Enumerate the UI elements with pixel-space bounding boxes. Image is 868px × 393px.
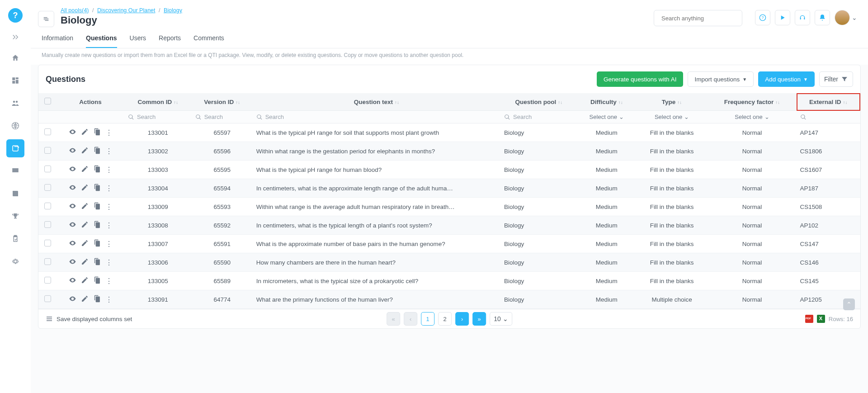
view-icon[interactable] bbox=[69, 128, 76, 137]
view-icon[interactable] bbox=[69, 221, 76, 230]
nav-monitor[interactable] bbox=[6, 162, 24, 180]
generate-ai-button[interactable]: Generate questions with AI bbox=[597, 71, 683, 87]
column-difficulty[interactable]: Difficulty↑↓ bbox=[577, 93, 636, 111]
copy-icon[interactable] bbox=[93, 147, 101, 156]
row-checkbox[interactable] bbox=[38, 198, 57, 216]
copy-icon[interactable] bbox=[93, 258, 101, 267]
page-first-button[interactable]: « bbox=[387, 312, 400, 326]
page-next-button[interactable]: › bbox=[455, 312, 469, 326]
page-size-select[interactable]: 10 ⌄ bbox=[490, 312, 512, 326]
tab-questions[interactable]: Questions bbox=[86, 34, 117, 48]
copy-icon[interactable] bbox=[93, 239, 101, 248]
more-actions-icon[interactable]: ⋮ bbox=[105, 240, 113, 248]
edit-icon[interactable] bbox=[81, 128, 89, 137]
copy-icon[interactable] bbox=[93, 128, 101, 137]
more-actions-icon[interactable]: ⋮ bbox=[105, 184, 113, 193]
nav-book[interactable] bbox=[6, 185, 24, 203]
notifications-button[interactable] bbox=[815, 10, 830, 25]
view-icon[interactable] bbox=[69, 258, 76, 267]
column-common-id[interactable]: Common ID↑↓ bbox=[124, 93, 192, 111]
expand-sidebar-icon[interactable] bbox=[8, 32, 23, 43]
nav-users[interactable] bbox=[6, 94, 24, 112]
column-question-text[interactable]: Question text↑↓ bbox=[253, 93, 500, 111]
tab-users[interactable]: Users bbox=[130, 34, 146, 48]
row-checkbox[interactable] bbox=[38, 142, 57, 161]
global-search[interactable] bbox=[654, 10, 742, 26]
filter-version-id[interactable]: Search bbox=[192, 111, 253, 123]
column-external-id[interactable]: External ID↑↓ bbox=[797, 93, 860, 111]
edit-icon[interactable] bbox=[81, 239, 89, 248]
edit-icon[interactable] bbox=[81, 276, 89, 285]
nav-clipboard[interactable] bbox=[6, 230, 24, 248]
import-questions-button[interactable]: Import questions▼ bbox=[688, 71, 754, 87]
copy-icon[interactable] bbox=[93, 184, 101, 193]
global-search-input[interactable] bbox=[661, 15, 737, 22]
breadcrumb-link[interactable]: Biology bbox=[164, 7, 182, 14]
view-icon[interactable] bbox=[69, 147, 76, 156]
add-question-button[interactable]: Add question▼ bbox=[758, 71, 815, 87]
menu-toggle-button[interactable] bbox=[38, 11, 54, 27]
more-actions-icon[interactable]: ⋮ bbox=[105, 295, 113, 304]
page-2-button[interactable]: 2 bbox=[438, 312, 452, 326]
more-actions-icon[interactable]: ⋮ bbox=[105, 258, 113, 267]
more-actions-icon[interactable]: ⋮ bbox=[105, 128, 113, 137]
edit-icon[interactable] bbox=[81, 221, 89, 230]
view-icon[interactable] bbox=[69, 202, 76, 211]
edit-icon[interactable] bbox=[81, 258, 89, 267]
view-icon[interactable] bbox=[69, 295, 76, 304]
copy-icon[interactable] bbox=[93, 295, 101, 304]
column-question-pool[interactable]: Question pool↑↓ bbox=[500, 93, 577, 111]
row-checkbox[interactable] bbox=[38, 179, 57, 198]
filter-type[interactable]: Select one ⌄ bbox=[636, 111, 708, 123]
column-frequency[interactable]: Frequency factor↑↓ bbox=[708, 93, 796, 111]
edit-icon[interactable] bbox=[81, 295, 89, 304]
tab-information[interactable]: Information bbox=[42, 34, 73, 48]
play-button[interactable] bbox=[775, 10, 790, 25]
copy-icon[interactable] bbox=[93, 276, 101, 285]
column-version-id[interactable]: Version ID↑↓ bbox=[192, 93, 253, 111]
filter-difficulty[interactable]: Select one ⌄ bbox=[577, 111, 636, 123]
more-actions-icon[interactable]: ⋮ bbox=[105, 203, 113, 211]
nav-pools[interactable] bbox=[6, 139, 24, 157]
view-icon[interactable] bbox=[69, 165, 76, 174]
app-logo[interactable]: ? bbox=[8, 8, 23, 23]
copy-icon[interactable] bbox=[93, 165, 101, 174]
row-checkbox[interactable] bbox=[38, 235, 57, 253]
breadcrumb-link[interactable]: Discovering Our Planet bbox=[97, 7, 156, 14]
row-checkbox[interactable] bbox=[38, 161, 57, 179]
view-icon[interactable] bbox=[69, 239, 76, 248]
row-checkbox[interactable] bbox=[38, 272, 57, 290]
filter-button[interactable]: Filter bbox=[819, 71, 853, 87]
page-1-button[interactable]: 1 bbox=[421, 312, 434, 326]
edit-icon[interactable] bbox=[81, 202, 89, 211]
nav-home[interactable] bbox=[6, 49, 24, 67]
filter-question-pool[interactable]: Search bbox=[500, 111, 577, 123]
nav-dashboard[interactable] bbox=[6, 71, 24, 90]
more-actions-icon[interactable]: ⋮ bbox=[105, 166, 113, 174]
filter-frequency[interactable]: Select one ⌄ bbox=[708, 111, 796, 123]
page-prev-button[interactable]: ‹ bbox=[404, 312, 417, 326]
edit-icon[interactable] bbox=[81, 147, 89, 156]
copy-icon[interactable] bbox=[93, 221, 101, 230]
filter-common-id[interactable]: Search bbox=[124, 111, 192, 123]
row-checkbox[interactable] bbox=[38, 290, 57, 309]
copy-icon[interactable] bbox=[93, 202, 101, 211]
help-button[interactable]: ? bbox=[755, 10, 770, 25]
tab-reports[interactable]: Reports bbox=[159, 34, 181, 48]
column-select-all[interactable] bbox=[38, 93, 57, 111]
view-icon[interactable] bbox=[69, 276, 76, 285]
row-checkbox[interactable] bbox=[38, 253, 57, 272]
row-checkbox[interactable] bbox=[38, 216, 57, 235]
view-icon[interactable] bbox=[69, 184, 76, 193]
column-type[interactable]: Type↑↓ bbox=[636, 93, 708, 111]
user-menu[interactable]: ⌄ bbox=[835, 10, 857, 25]
export-pdf-button[interactable] bbox=[805, 315, 813, 323]
edit-icon[interactable] bbox=[81, 184, 89, 193]
more-actions-icon[interactable]: ⋮ bbox=[105, 221, 113, 230]
tab-comments[interactable]: Comments bbox=[193, 34, 224, 48]
save-columns-button[interactable]: Save displayed columns set bbox=[46, 315, 132, 322]
row-checkbox[interactable] bbox=[38, 123, 57, 142]
headset-button[interactable] bbox=[795, 10, 810, 25]
filter-external-id[interactable] bbox=[797, 111, 860, 123]
nav-trophy[interactable] bbox=[6, 207, 24, 225]
